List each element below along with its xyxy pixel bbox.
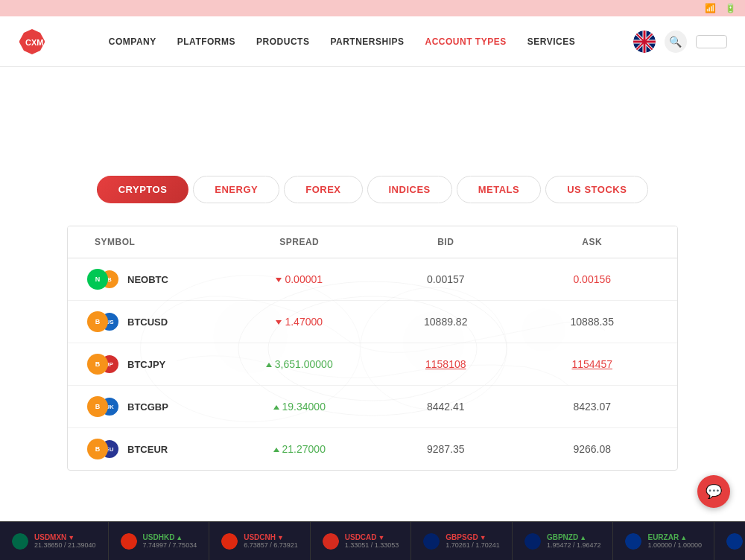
symbol-name: BTCGBP	[127, 401, 168, 413]
table-header-bid: BID	[372, 237, 519, 247]
arrow-up-icon	[266, 363, 272, 367]
tab-indices[interactable]: INDICES	[367, 176, 452, 203]
arrow-up-icon	[273, 448, 279, 452]
spread-cell: 1.47000	[226, 316, 373, 328]
table-header-ask: ASK	[519, 237, 666, 247]
chat-icon: 💬	[706, 483, 722, 500]
tab-forex[interactable]: FOREX	[284, 176, 362, 203]
symbol-name: BTCJPY	[127, 359, 165, 370]
symbol-cell-btceur: BEUBTCEUR	[80, 439, 226, 459]
bid-value: 10889.82	[372, 316, 519, 328]
login-button[interactable]	[696, 35, 727, 48]
spread-cell: 21.27000	[226, 443, 373, 455]
table-row: BUSBTCUSD1.4700010889.8210888.35	[68, 301, 677, 343]
spread-value: 21.27000	[282, 443, 326, 455]
ask-value: 9266.08	[519, 443, 666, 455]
symbol-cell-btcgbp: BUKBTCGBP	[80, 396, 226, 417]
nav-partnerships[interactable]: PARTNERSHIPS	[330, 36, 404, 47]
spread-cell: 0.00001	[226, 273, 373, 285]
spread-value: 3,651.00000	[275, 358, 333, 370]
symbol-cell-btcjpy: BJPBTCJPY	[80, 354, 226, 375]
table-header: SYMBOLSPREADBIDASK	[68, 226, 677, 258]
svg-text:CXM: CXM	[25, 38, 43, 47]
nav-services[interactable]: SERVICES	[527, 36, 575, 47]
spread-value: 19.34000	[282, 401, 326, 413]
table-header-symbol: SYMBOL	[80, 237, 226, 247]
ask-value: 0.00156	[519, 273, 666, 285]
tab-us-stocks[interactable]: US STOCKS	[545, 176, 648, 203]
tab-metals[interactable]: METALS	[457, 176, 541, 203]
logo-icon: CXM	[18, 28, 46, 56]
battery-icon: 🔋	[725, 3, 736, 13]
table-header-spread: SPREAD	[226, 237, 373, 247]
nav-right: 🔍	[633, 31, 727, 53]
symbol-name: NEOBTC	[127, 274, 168, 285]
search-button[interactable]: 🔍	[665, 31, 687, 53]
wifi-icon: 📶	[705, 3, 716, 13]
bid-value: 8442.41	[372, 401, 519, 413]
nav-products[interactable]: PRODUCTS	[256, 36, 309, 47]
trading-table-section: SYMBOLSPREADBIDASKNBNEOBTC0.000010.00157…	[52, 226, 693, 471]
data-table: SYMBOLSPREADBIDASKNBNEOBTC0.000010.00157…	[67, 226, 678, 471]
arrow-down-icon	[276, 278, 282, 282]
chat-button[interactable]: 💬	[697, 475, 730, 500]
nav-links: COMPANY PLATFORMS PRODUCTS PARTNERSHIPS …	[109, 36, 575, 47]
ask-value: 10888.35	[519, 316, 666, 328]
spread-cell: 3,651.00000	[226, 358, 373, 370]
product-tabs: CRYPTOSENERGYFOREXINDICESMETALSUS STOCKS	[37, 176, 708, 203]
bid-value[interactable]: 1158108	[372, 358, 519, 370]
ask-value[interactable]: 1154457	[519, 358, 666, 370]
table-wrapper: SYMBOLSPREADBIDASKNBNEOBTC0.000010.00157…	[67, 226, 678, 471]
symbol-name: BTCEUR	[127, 444, 168, 455]
nav-company[interactable]: COMPANY	[109, 36, 156, 47]
table-row: BEUBTCEUR21.270009287.359266.08	[68, 428, 677, 470]
spread-value: 1.47000	[285, 316, 323, 328]
hero-section	[0, 67, 745, 153]
spread-cell: 19.34000	[226, 401, 373, 413]
ask-value: 8423.07	[519, 401, 666, 413]
bid-value: 0.00157	[372, 273, 519, 285]
tab-energy[interactable]: ENERGY	[193, 176, 279, 203]
logo[interactable]: CXM	[18, 28, 51, 56]
table-row: BUKBTCGBP19.340008442.418423.07	[68, 386, 677, 428]
symbol-cell-btcusd: BUSBTCUSD	[80, 311, 226, 332]
tab-cryptos[interactable]: CRYPTOS	[97, 176, 189, 203]
arrow-up-icon	[273, 405, 279, 410]
search-icon: 🔍	[669, 36, 682, 48]
nav-platforms[interactable]: PLATFORMS	[177, 36, 235, 47]
spread-value: 0.00001	[285, 273, 323, 285]
status-bar-right: 📶 🔋	[705, 3, 736, 13]
status-bar: 📶 🔋	[0, 0, 745, 16]
language-flag-button[interactable]	[633, 31, 656, 53]
uk-flag-icon	[633, 31, 656, 53]
arrow-down-icon	[276, 320, 282, 325]
nav-account-types[interactable]: ACCOUNT TYPES	[425, 36, 507, 47]
table-row: BJPBTCJPY3,651.0000011581081154457	[68, 343, 677, 386]
bid-value: 9287.35	[372, 443, 519, 455]
table-row: NBNEOBTC0.000010.001570.00156	[68, 258, 677, 301]
navbar: CXM COMPANY PLATFORMS PRODUCTS PARTNERSH…	[0, 16, 745, 67]
symbol-name: BTCUSD	[127, 316, 168, 328]
symbol-cell-neobtc: NBNEOBTC	[80, 269, 226, 290]
